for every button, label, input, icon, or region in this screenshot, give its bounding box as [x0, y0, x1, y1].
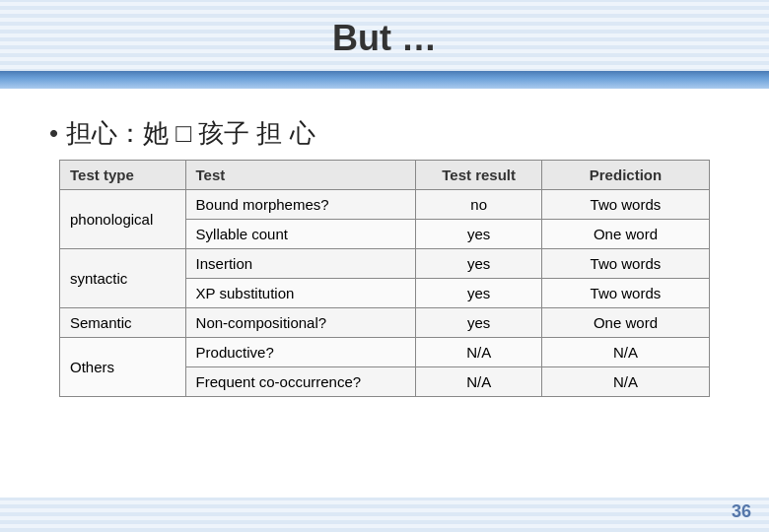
table-row: phonological Bound morphemes? no Two wor… — [60, 190, 710, 220]
cell-test: Non-compositional? — [185, 308, 416, 338]
cell-test: Insertion — [185, 249, 416, 279]
cell-prediction: Two words — [541, 249, 709, 279]
cell-prediction: One word — [541, 220, 709, 249]
cell-testtype-syntactic: syntactic — [60, 249, 186, 308]
cell-test: Productive? — [185, 338, 416, 367]
table-row: Semantic Non-compositional? yes One word — [60, 308, 710, 338]
cell-result: yes — [416, 279, 542, 308]
cell-prediction: N/A — [541, 367, 709, 397]
bottom-stripes — [0, 498, 769, 532]
cell-prediction: N/A — [541, 338, 709, 367]
bullet-line: • 担心：她 □ 孩子 担 心 — [49, 116, 315, 151]
page-number: 36 — [732, 501, 751, 522]
cell-test: Syllable count — [185, 220, 416, 249]
cell-result: yes — [416, 249, 542, 279]
cell-prediction: One word — [541, 308, 709, 338]
cell-prediction: Two words — [541, 190, 709, 220]
header-result: Test result — [416, 161, 542, 190]
cell-result: yes — [416, 308, 542, 338]
table-row: syntactic Insertion yes Two words — [60, 249, 710, 279]
header-testtype: Test type — [60, 161, 186, 190]
cell-testtype-others: Others — [60, 338, 186, 397]
slide-title: But … — [0, 18, 769, 59]
header-prediction: Prediction — [541, 161, 709, 190]
header-test: Test — [185, 161, 416, 190]
cell-testtype-phonological: phonological — [60, 190, 186, 249]
data-table-container: Test type Test Test result Prediction ph… — [59, 160, 710, 397]
cell-testtype-semantic: Semantic — [60, 308, 186, 338]
cell-test: Bound morphemes? — [185, 190, 416, 220]
title-bar — [0, 71, 769, 89]
cell-test: Frequent co-occurrence? — [185, 367, 416, 397]
cell-result: N/A — [416, 367, 542, 397]
cell-result: N/A — [416, 338, 542, 367]
bullet-symbol: • — [49, 118, 58, 149]
cell-test: XP substitution — [185, 279, 416, 308]
table-row: Others Productive? N/A N/A — [60, 338, 710, 367]
bullet-text: 担心：她 □ 孩子 担 心 — [66, 116, 315, 151]
comparison-table: Test type Test Test result Prediction ph… — [59, 160, 710, 397]
cell-result: yes — [416, 220, 542, 249]
cell-prediction: Two words — [541, 279, 709, 308]
cell-result: no — [416, 190, 542, 220]
